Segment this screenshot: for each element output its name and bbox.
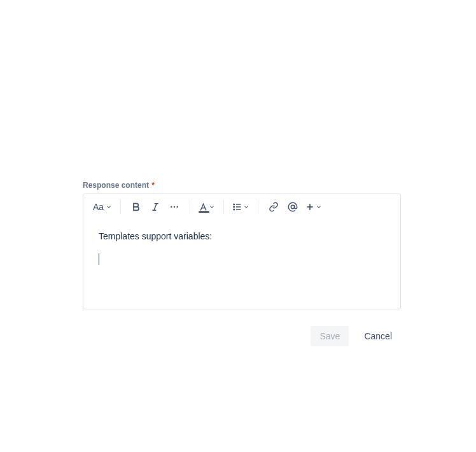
toolbar-divider xyxy=(258,200,258,214)
plus-icon xyxy=(305,202,315,212)
chevron-down-icon xyxy=(243,204,249,210)
svg-line-2 xyxy=(154,204,157,211)
toolbar-group-text-style: Aa xyxy=(91,198,114,216)
chevron-down-icon xyxy=(209,204,215,210)
svg-point-12 xyxy=(234,209,235,210)
text-style-dropdown[interactable]: Aa xyxy=(91,198,114,216)
rich-text-editor: Aa xyxy=(83,194,401,309)
form-actions: Save Cancel xyxy=(83,326,401,346)
svg-point-11 xyxy=(234,206,235,208)
bold-button[interactable] xyxy=(127,198,145,216)
at-sign-icon xyxy=(288,202,298,212)
link-icon xyxy=(269,202,279,212)
list-dropdown[interactable] xyxy=(230,198,251,216)
editor-text-line: Templates support variables: xyxy=(99,230,385,243)
text-color-dropdown[interactable] xyxy=(197,198,217,216)
italic-icon xyxy=(150,202,160,212)
editor-toolbar: Aa xyxy=(83,194,400,220)
chevron-down-icon xyxy=(316,204,322,210)
field-label: Response content xyxy=(83,181,149,190)
italic-button[interactable] xyxy=(146,198,164,216)
toolbar-group-lists xyxy=(230,198,251,216)
toolbar-divider xyxy=(190,200,190,214)
insert-dropdown[interactable] xyxy=(303,198,324,216)
editor-cursor-line xyxy=(99,252,385,265)
more-horizontal-icon xyxy=(169,202,179,212)
bold-icon xyxy=(131,202,141,212)
svg-point-3 xyxy=(171,206,172,208)
mention-button[interactable] xyxy=(284,198,302,216)
form-section: Response content * Aa xyxy=(83,181,401,346)
toolbar-group-color xyxy=(197,198,217,216)
text-cursor xyxy=(99,253,99,265)
field-label-row: Response content * xyxy=(83,181,401,190)
toolbar-group-format xyxy=(127,198,183,216)
more-formatting-button[interactable] xyxy=(165,198,183,216)
cancel-button[interactable]: Cancel xyxy=(355,326,401,346)
svg-point-5 xyxy=(177,206,178,208)
svg-point-4 xyxy=(174,206,175,208)
svg-point-10 xyxy=(234,204,235,205)
toolbar-group-insert xyxy=(265,198,324,216)
chevron-down-icon xyxy=(106,204,112,210)
svg-point-13 xyxy=(291,205,294,208)
text-color-icon xyxy=(199,202,208,212)
color-swatch xyxy=(199,211,209,213)
editor-content-area[interactable]: Templates support variables: xyxy=(83,220,400,309)
link-button[interactable] xyxy=(265,198,283,216)
required-asterisk: * xyxy=(151,181,155,190)
toolbar-divider xyxy=(223,200,224,214)
save-button[interactable]: Save xyxy=(311,326,349,346)
text-style-label: Aa xyxy=(93,202,104,212)
list-icon xyxy=(232,202,242,212)
toolbar-divider xyxy=(120,200,121,214)
